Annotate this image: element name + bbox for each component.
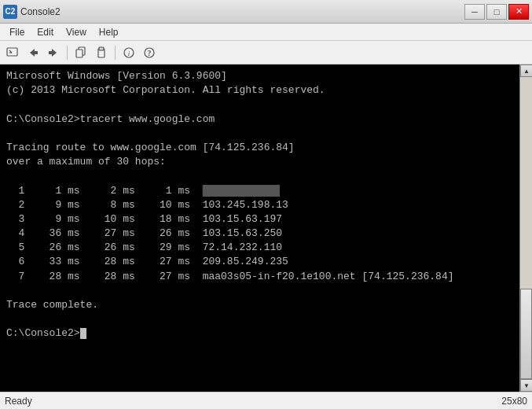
window-title: Console2 [20, 6, 61, 17]
title-bar-left: C2 Console2 [3, 5, 61, 19]
status-bar: Ready 25x80 [0, 392, 532, 409]
terminal-line [6, 127, 513, 141]
terminal-line: Tracing route to www.google.com [74.125.… [6, 141, 513, 155]
terminal-line: C:\Console2>tracert www.google.com [6, 112, 513, 127]
new-console-btn[interactable] [3, 44, 22, 61]
hop-row-6: 6 33 ms 28 ms 27 ms 209.85.249.235 [6, 255, 513, 269]
toolbar: i ? [0, 41, 532, 64]
svg-marker-3 [30, 49, 35, 57]
title-bar: C2 Console2 ─ □ ✕ [0, 0, 532, 24]
help-btn[interactable]: ? [140, 44, 159, 61]
copy-btn[interactable] [72, 44, 90, 61]
app-icon: C2 [3, 5, 17, 19]
svg-rect-8 [76, 50, 83, 57]
back-btn[interactable] [24, 44, 42, 61]
hop-row-4: 4 36 ms 27 ms 26 ms 103.15.63.250 [6, 227, 513, 241]
menu-bar: File Edit View Help [0, 24, 532, 41]
menu-file[interactable]: File [3, 25, 31, 39]
info-btn[interactable]: i [119, 44, 138, 61]
terminal-line [6, 98, 513, 112]
content-area: Microsoft Windows [Version 6.3.9600] (c)… [0, 64, 532, 392]
toolbar-separator-1 [67, 46, 68, 60]
scroll-track[interactable] [520, 77, 532, 379]
hop-row-2: 2 9 ms 8 ms 10 ms 103.245.198.13 [6, 198, 513, 212]
terminal-line [6, 169, 513, 183]
svg-text:?: ? [148, 49, 152, 57]
terminal-line: Microsoft Windows [Version 6.3.9600] [6, 69, 513, 83]
hop-row-7: 7 28 ms 28 ms 27 ms maa03s05-in-f20.1e10… [6, 270, 513, 284]
hop-row-3: 3 9 ms 10 ms 18 ms 103.15.63.197 [6, 212, 513, 227]
scroll-thumb[interactable] [520, 289, 532, 379]
menu-view[interactable]: View [60, 25, 93, 39]
cursor [80, 328, 86, 339]
hop-row-1: 1 1 ms 2 ms 1 ms ██████████ [6, 184, 513, 198]
status-size: 25x80 [501, 396, 527, 407]
hop-row-5: 5 26 ms 26 ms 29 ms 72.14.232.110 [6, 241, 513, 255]
scrollbar[interactable]: ▲ ▼ [519, 64, 532, 392]
toolbar-separator-2 [115, 46, 116, 60]
svg-marker-5 [52, 49, 57, 57]
terminal-prompt: C:\Console2> [6, 326, 513, 341]
status-ready: Ready [5, 396, 32, 407]
restore-button[interactable]: □ [486, 4, 507, 20]
paste-btn[interactable] [92, 44, 111, 61]
svg-rect-0 [7, 48, 17, 56]
svg-text:i: i [128, 50, 130, 57]
terminal-line [6, 284, 513, 298]
svg-rect-6 [49, 51, 52, 54]
menu-help[interactable]: Help [93, 25, 125, 39]
close-button[interactable]: ✕ [508, 4, 529, 20]
window-controls: ─ □ ✕ [464, 4, 529, 20]
menu-edit[interactable]: Edit [31, 25, 60, 39]
scroll-down-btn[interactable]: ▼ [520, 379, 532, 392]
scroll-up-btn[interactable]: ▲ [520, 64, 532, 77]
svg-rect-4 [35, 51, 38, 54]
terminal-line: (c) 2013 Microsoft Corporation. All righ… [6, 83, 513, 98]
terminal-line [6, 312, 513, 326]
terminal[interactable]: Microsoft Windows [Version 6.3.9600] (c)… [0, 64, 519, 392]
minimize-button[interactable]: ─ [464, 4, 485, 20]
svg-rect-10 [99, 47, 104, 50]
forward-btn[interactable] [44, 44, 63, 61]
trace-complete: Trace complete. [6, 298, 513, 312]
terminal-line: over a maximum of 30 hops: [6, 155, 513, 169]
